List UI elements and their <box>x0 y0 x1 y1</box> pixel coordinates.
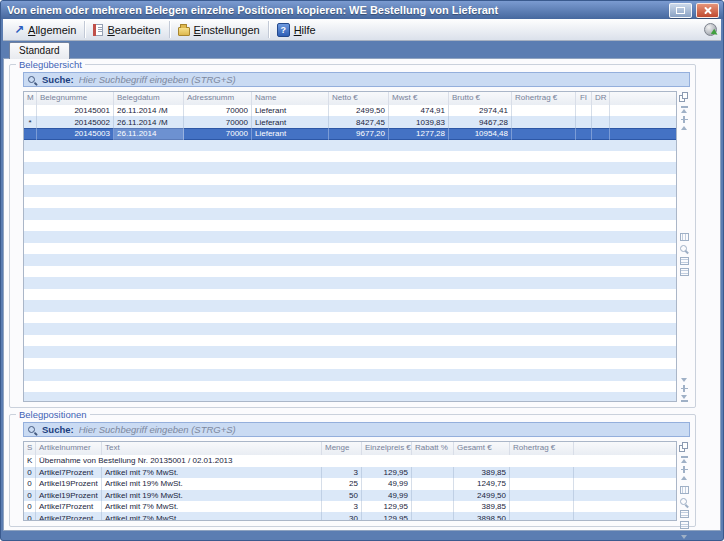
table-row[interactable]: 0Artikel7ProzentArtikel mit 7% MwSt.3129… <box>24 501 676 513</box>
menu-bearbeiten[interactable]: Bearbeiten <box>86 23 167 37</box>
close-button[interactable] <box>696 3 719 18</box>
menu-allgemein[interactable]: ↗ Allgemein <box>7 23 83 37</box>
column-header-filler <box>610 92 676 105</box>
table-row[interactable]: 2014500126.11.2014 /M70000Lieferant2499,… <box>24 105 676 117</box>
list-icon[interactable] <box>680 510 689 518</box>
tab-standard[interactable]: Standard <box>9 42 70 59</box>
column-header-Einzelpreis €[interactable]: Einzelpreis € <box>362 442 412 455</box>
columns-icon[interactable] <box>680 233 689 241</box>
table-cell <box>610 105 676 117</box>
insert-row-icon[interactable] <box>681 466 688 473</box>
column-header-S[interactable]: S <box>24 442 36 455</box>
table-cell: 3 <box>322 501 362 513</box>
column-header-Brutto €[interactable]: Brutto € <box>449 92 512 105</box>
help-question-icon: ? <box>277 23 290 37</box>
column-header-Adressnumm[interactable]: Adressnumm <box>184 92 252 105</box>
positionen-grid-sidebar <box>678 441 690 521</box>
search-icon <box>28 426 35 433</box>
table-cell: Artikel19Prozent <box>36 490 102 502</box>
table-body: KÜbernahme von Bestellung Nr. 20135001 /… <box>24 455 676 520</box>
table-cell <box>412 513 454 521</box>
beleg-table: MBelegnummeBelegdatumAdressnummNameNetto… <box>23 91 677 402</box>
memo-icon[interactable] <box>680 268 689 276</box>
table-cell: 1277,28 <box>389 128 449 140</box>
column-header-Rohertrag €[interactable]: Rohertrag € <box>512 92 576 105</box>
scroll-bottom-icon[interactable] <box>681 395 688 402</box>
copy-grid-icon[interactable] <box>679 442 689 453</box>
table-cell: 129,95 <box>362 513 412 521</box>
menu-hilfe[interactable]: ? Hilfe <box>270 22 323 38</box>
table-cell: 0 <box>24 490 36 502</box>
table-cell: 49,99 <box>362 478 412 490</box>
table-cell <box>412 478 454 490</box>
append-row-icon[interactable] <box>681 385 688 392</box>
beleg-search-input[interactable]: Suche: Hier Suchbegriff eingeben (STRG+S… <box>23 72 690 87</box>
list-icon[interactable] <box>680 257 689 265</box>
table-row[interactable]: 0Artikel19ProzentArtikel mit 19% MwSt.50… <box>24 490 676 502</box>
table-cell: 0 <box>24 478 36 490</box>
column-header-Netto €[interactable]: Netto € <box>329 92 389 105</box>
table-row[interactable]: 0Artikel19ProzentArtikel mit 19% MwSt.25… <box>24 478 676 490</box>
table-cell: 70000 <box>184 117 252 129</box>
column-header-Menge[interactable]: Menge <box>322 442 362 455</box>
table-cell <box>576 117 592 129</box>
table-row[interactable]: *2014500226.11.2014 /M70000Lieferant8427… <box>24 117 676 129</box>
table-cell: K <box>24 455 36 467</box>
table-cell <box>574 501 676 513</box>
insert-row-icon[interactable] <box>681 116 688 123</box>
search-placeholder: Hier Suchbegriff eingeben (STRG+S) <box>79 74 236 85</box>
table-row[interactable]: 0Artikel7ProzentArtikel mit 7% MwSt.3012… <box>24 513 676 521</box>
positionen-grid: SArtikelnummerTextMengeEinzelpreis €Raba… <box>23 441 690 521</box>
row-down-icon[interactable] <box>681 378 687 382</box>
scroll-top-icon[interactable] <box>681 456 688 463</box>
table-cell: Artikel7Prozent <box>36 501 102 513</box>
columns-icon[interactable] <box>680 486 689 494</box>
table-cell: Artikel mit 19% MwSt. <box>102 478 322 490</box>
column-header-Mwst €[interactable]: Mwst € <box>389 92 449 105</box>
table-cell <box>512 105 576 117</box>
row-up-icon[interactable] <box>681 126 687 130</box>
column-header-FI[interactable]: FI <box>576 92 592 105</box>
table-cell: 26.11.2014 <box>114 128 184 140</box>
row-up-icon[interactable] <box>681 476 687 480</box>
positionen-table: SArtikelnummerTextMengeEinzelpreis €Raba… <box>23 441 677 521</box>
column-header-M[interactable]: M <box>24 92 37 105</box>
table-row[interactable]: 0Artikel7ProzentArtikel mit 7% MwSt.3129… <box>24 467 676 479</box>
table-row[interactable]: KÜbernahme von Bestellung Nr. 20135001 /… <box>24 455 676 467</box>
column-header-Text[interactable]: Text <box>102 442 322 455</box>
scroll-top-icon[interactable] <box>681 106 688 113</box>
table-cell: 9677,20 <box>329 128 389 140</box>
column-header-Gesamt €[interactable]: Gesamt € <box>454 442 510 455</box>
column-header-Artikelnummer[interactable]: Artikelnummer <box>36 442 102 455</box>
zoom-icon[interactable] <box>680 244 689 254</box>
table-cell: Übernahme von Bestellung Nr. 20135001 / … <box>36 455 676 467</box>
update-globe-icon[interactable] <box>704 23 717 36</box>
restore-button[interactable] <box>669 3 692 18</box>
table-cell: Lieferant <box>252 117 329 129</box>
table-cell <box>510 467 574 479</box>
titlebar[interactable]: Von einem oder mehreren Belegen einzelne… <box>1 1 723 19</box>
settings-tools-icon <box>178 27 190 36</box>
column-header-Name[interactable]: Name <box>252 92 329 105</box>
table-cell <box>510 490 574 502</box>
column-header-Rohertrag €[interactable]: Rohertrag € <box>510 442 574 455</box>
column-header-DR[interactable]: DR <box>592 92 610 105</box>
menu-einstellungen[interactable]: Einstellungen <box>171 23 267 37</box>
zoom-icon[interactable] <box>680 497 689 507</box>
table-cell <box>512 117 576 129</box>
row-down-icon[interactable] <box>681 535 687 539</box>
table-row[interactable]: 2014500326.11.201470000Lieferant9677,201… <box>24 128 676 140</box>
table-cell <box>592 128 610 140</box>
search-label: Suche: <box>42 424 74 435</box>
table-cell: 474,91 <box>389 105 449 117</box>
table-cell <box>412 490 454 502</box>
positionen-search-input[interactable]: Suche: Hier Suchbegriff eingeben (STRG+S… <box>23 422 690 437</box>
beleguebersicht-group-label: Belegübersicht <box>16 59 85 70</box>
memo-icon[interactable] <box>680 521 689 529</box>
copy-grid-icon[interactable] <box>679 92 689 103</box>
column-header-Belegdatum[interactable]: Belegdatum <box>114 92 184 105</box>
table-cell: 0 <box>24 513 36 521</box>
column-header-Belegnumme[interactable]: Belegnumme <box>37 92 114 105</box>
beleg-grid-sidebar <box>678 91 690 402</box>
column-header-Rabatt %[interactable]: Rabatt % <box>412 442 454 455</box>
